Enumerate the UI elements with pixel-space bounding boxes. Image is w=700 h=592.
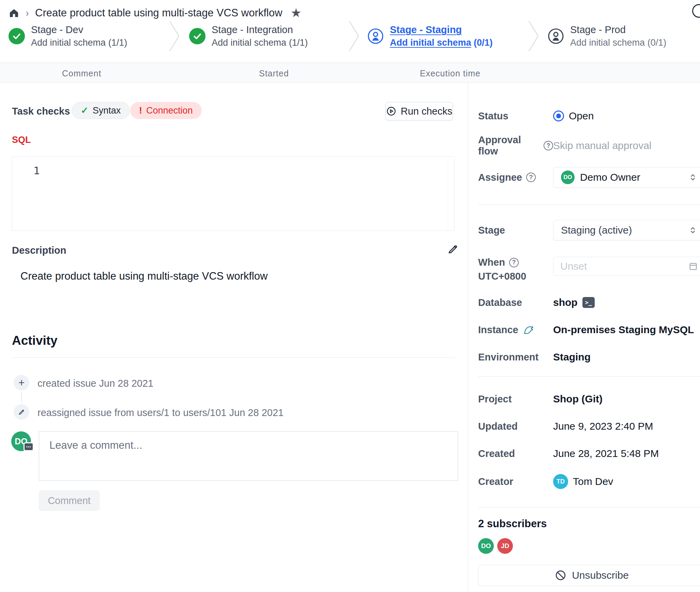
comment-button[interactable]: Comment (39, 490, 100, 511)
check-circle-icon (9, 28, 25, 44)
stage-task[interactable]: Add initial schema (570, 38, 645, 48)
help-icon[interactable] (692, 4, 700, 18)
comment-bubble-icon: ••• (24, 442, 34, 451)
unsubscribe-label: Unsubscribe (572, 569, 629, 581)
check-badge-connection[interactable]: ! Connection (130, 102, 202, 119)
project-label: Project (478, 394, 553, 405)
play-circle-icon (386, 106, 396, 116)
breadcrumb: › Create product table using multi-stage… (9, 4, 302, 22)
updated-value: June 9, 2023 2:40 PM (553, 420, 653, 432)
question-circle-icon[interactable]: ? (544, 141, 553, 150)
run-checks-button[interactable]: Run checks (385, 102, 453, 120)
stage-separator (169, 20, 180, 52)
assignee-label: Assignee (478, 172, 522, 183)
stage-task[interactable]: Add initial schema (212, 38, 286, 48)
home-icon[interactable] (9, 8, 19, 18)
stage-task[interactable]: Add initial schema (31, 38, 106, 48)
stage-task-count: (1/1) (289, 38, 308, 48)
project-value[interactable]: Shop (Git) (553, 393, 603, 405)
instance-row: Instance On-premises Staging MySQL (478, 322, 694, 337)
person-circle-icon (367, 28, 384, 44)
editor-line-number: 1 (33, 164, 40, 177)
status-radio[interactable] (553, 110, 564, 121)
database-value[interactable]: shop (553, 297, 578, 308)
timeline-connector (21, 392, 22, 403)
created-value: June 28, 2021 5:48 PM (553, 448, 659, 459)
terminal-icon[interactable]: >_ (582, 297, 595, 308)
comment-input[interactable] (39, 431, 458, 481)
updated-label: Updated (478, 421, 553, 432)
stage-title: Stage - Prod (570, 24, 666, 35)
avatar: DO (561, 171, 575, 184)
database-label: Database (478, 297, 553, 308)
stage-label: Stage (478, 225, 553, 236)
sidebar-divider (478, 507, 700, 507)
environment-value[interactable]: Staging (553, 351, 591, 363)
stage-pipeline: Stage - Dev Add initial schema (1/1) Sta… (0, 20, 700, 52)
stage-separator (348, 20, 360, 52)
stage-task-count: (0/1) (474, 38, 493, 48)
when-row-label: When ? UTC+0800 (478, 257, 526, 282)
column-header-execution-time: Execution time (420, 69, 481, 78)
subscribers-title: 2 subscribers (478, 518, 547, 530)
creator-label: Creator (478, 476, 553, 487)
sql-editor[interactable]: 1 (12, 157, 455, 231)
stage-title[interactable]: Stage - Staging (390, 24, 493, 35)
chevron-updown-icon (688, 173, 698, 182)
sidebar-vertical-divider (468, 83, 468, 592)
assignee-value: Demo Owner (580, 172, 683, 183)
column-header-started: Started (259, 69, 289, 78)
check-badge-label: Connection (146, 105, 193, 116)
check-badge-syntax[interactable]: ✓ Syntax (72, 102, 130, 119)
activity-item: reassigned issue from users/1 to users/1… (37, 407, 284, 418)
task-table-header: Comment Started Execution time (0, 62, 700, 83)
question-circle-icon[interactable]: ? (526, 173, 536, 182)
stage-item-staging[interactable]: Stage - Staging Add initial schema (0/1) (367, 20, 493, 52)
calendar-icon (688, 261, 698, 271)
environment-row: Environment Staging (478, 350, 591, 365)
approval-flow-row: Approval flow ? Skip manual approval (478, 138, 652, 153)
approval-flow-label: Approval flow (478, 134, 539, 157)
mysql-icon (522, 323, 535, 336)
issue-detail-page: › Create product table using multi-stage… (0, 0, 700, 592)
when-label: When (478, 257, 505, 268)
stage-value: Staging (active) (561, 224, 683, 236)
check-circle-icon (189, 28, 206, 44)
assignee-select[interactable]: DO Demo Owner (553, 167, 700, 188)
question-circle-icon[interactable]: ? (509, 258, 519, 267)
person-circle-icon (548, 28, 564, 44)
created-row: Created June 28, 2021 5:48 PM (478, 446, 659, 461)
when-datetime-input[interactable]: Unset (553, 257, 700, 276)
unsubscribe-button[interactable]: Unsubscribe (478, 565, 700, 586)
stage-task[interactable]: Add initial schema (390, 38, 471, 48)
stage-item-prod[interactable]: Stage - Prod Add initial schema (0/1) (548, 20, 666, 52)
activity-divider (12, 357, 455, 358)
editor-minimap-divider (448, 157, 448, 231)
avatar[interactable]: DO (478, 538, 494, 554)
stage-item-dev[interactable]: Stage - Dev Add initial schema (1/1) (9, 20, 127, 52)
instance-value[interactable]: On-premises Staging MySQL (553, 324, 694, 336)
description-label: Description (12, 245, 66, 256)
instance-label: Instance (478, 324, 518, 336)
assignee-row: Assignee ? (478, 167, 553, 188)
star-icon[interactable]: ★ (290, 6, 301, 20)
project-row: Project Shop (Git) (478, 391, 603, 406)
stage-task-count: (0/1) (648, 38, 667, 48)
database-row: Database shop >_ (478, 295, 595, 310)
status-value: Open (569, 110, 594, 122)
stage-task-count: (1/1) (108, 38, 127, 48)
run-checks-label: Run checks (401, 106, 453, 117)
exclamation-icon: ! (139, 105, 142, 116)
stage-item-integration[interactable]: Stage - Integration Add initial schema (… (189, 20, 308, 52)
stage-select[interactable]: Staging (active) (553, 220, 700, 240)
description-text: Create product table using multi-stage V… (20, 270, 268, 282)
edit-pencil-icon[interactable] (447, 243, 459, 255)
stage-separator (528, 20, 539, 52)
activity-item: created issue Jun 28 2021 (37, 378, 153, 389)
sidebar-divider (478, 205, 700, 205)
creator-value[interactable]: Tom Dev (573, 476, 613, 487)
when-placeholder: Unset (560, 261, 683, 272)
avatar[interactable]: JD (497, 538, 513, 554)
status-row: Status Open (478, 108, 594, 123)
stage-title: Stage - Integration (212, 24, 308, 35)
